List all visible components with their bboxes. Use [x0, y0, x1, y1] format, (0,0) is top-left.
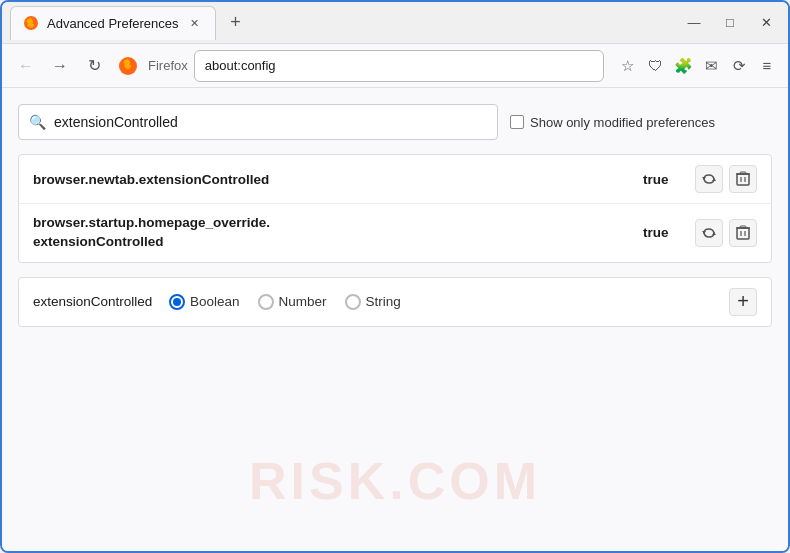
pref-value-1: true [643, 172, 683, 187]
window-controls: — □ ✕ [680, 13, 780, 33]
nav-icons: ☆ 🛡 🧩 ✉ ⟳ ≡ [616, 55, 778, 77]
svg-rect-4 [737, 174, 749, 185]
pref-value-2: true [643, 225, 683, 240]
number-label: Number [279, 294, 327, 309]
title-bar: Advanced Preferences ✕ + — □ ✕ [2, 2, 788, 44]
shield-icon[interactable]: 🛡 [644, 55, 666, 77]
results-table: browser.newtab.extensionControlled true [18, 154, 772, 263]
bookmark-icon[interactable]: ☆ [616, 55, 638, 77]
show-modified-label: Show only modified preferences [530, 115, 715, 130]
add-preference-row: extensionControlled Boolean Number Strin… [18, 277, 772, 327]
extension-icon[interactable]: 🧩 [672, 55, 694, 77]
back-button[interactable]: ← [12, 52, 40, 80]
mail-icon[interactable]: ✉ [700, 55, 722, 77]
url-text: about:config [205, 58, 276, 73]
svg-marker-3 [712, 178, 716, 181]
table-row: browser.newtab.extensionControlled true [19, 155, 771, 204]
new-tab-button[interactable]: + [222, 9, 250, 37]
search-input[interactable] [54, 114, 487, 130]
nav-bar: ← → ↻ Firefox about:config ☆ 🛡 🧩 ✉ ⟳ ≡ [2, 44, 788, 88]
boolean-radio[interactable] [169, 294, 185, 310]
menu-button[interactable]: ≡ [756, 55, 778, 77]
reset-icon-1 [701, 171, 717, 187]
string-radio[interactable] [345, 294, 361, 310]
search-box[interactable]: 🔍 [18, 104, 498, 140]
reset-button-1[interactable] [695, 165, 723, 193]
pref-name-2: browser.startup.homepage_override. exten… [33, 214, 631, 252]
add-preference-button[interactable]: + [729, 288, 757, 316]
browser-name-label: Firefox [148, 58, 188, 73]
reset-button-2[interactable] [695, 219, 723, 247]
tab-label: Advanced Preferences [47, 16, 179, 31]
reset-icon-2 [701, 225, 717, 241]
browser-window: Advanced Preferences ✕ + — □ ✕ ← → ↻ Fir… [0, 0, 790, 553]
row-2-actions [695, 219, 757, 247]
type-radio-group: Boolean Number String [169, 294, 713, 310]
forward-button[interactable]: → [46, 52, 74, 80]
svg-marker-10 [712, 232, 716, 235]
search-row: 🔍 Show only modified preferences [18, 104, 772, 140]
active-tab[interactable]: Advanced Preferences ✕ [10, 6, 216, 40]
new-pref-name: extensionControlled [33, 294, 153, 309]
search-icon: 🔍 [29, 114, 46, 130]
reload-button[interactable]: ↻ [80, 52, 108, 80]
tab-close-button[interactable]: ✕ [187, 15, 203, 31]
delete-icon-2 [736, 225, 750, 241]
svg-rect-11 [737, 228, 749, 239]
type-string-option[interactable]: String [345, 294, 401, 310]
delete-icon-1 [736, 171, 750, 187]
string-label: String [366, 294, 401, 309]
minimize-button[interactable]: — [680, 13, 708, 33]
watermark: RISK.COM [249, 451, 541, 511]
svg-marker-2 [702, 177, 706, 180]
maximize-button[interactable]: □ [716, 13, 744, 33]
boolean-label: Boolean [190, 294, 240, 309]
show-modified-checkbox[interactable] [510, 115, 524, 129]
delete-button-1[interactable] [729, 165, 757, 193]
svg-rect-13 [740, 226, 746, 228]
number-radio[interactable] [258, 294, 274, 310]
svg-rect-6 [740, 172, 746, 174]
close-button[interactable]: ✕ [752, 13, 780, 33]
firefox-logo-icon [118, 56, 138, 76]
address-bar[interactable]: about:config [194, 50, 604, 82]
sync-icon[interactable]: ⟳ [728, 55, 750, 77]
delete-button-2[interactable] [729, 219, 757, 247]
page-content: RISK.COM 🔍 Show only modified preference… [2, 88, 788, 551]
pref-name-1: browser.newtab.extensionControlled [33, 172, 631, 187]
row-1-actions [695, 165, 757, 193]
show-modified-row: Show only modified preferences [510, 115, 715, 130]
type-boolean-option[interactable]: Boolean [169, 294, 240, 310]
table-row: browser.startup.homepage_override. exten… [19, 204, 771, 262]
type-number-option[interactable]: Number [258, 294, 327, 310]
tab-favicon-icon [23, 15, 39, 31]
svg-marker-9 [702, 231, 706, 234]
